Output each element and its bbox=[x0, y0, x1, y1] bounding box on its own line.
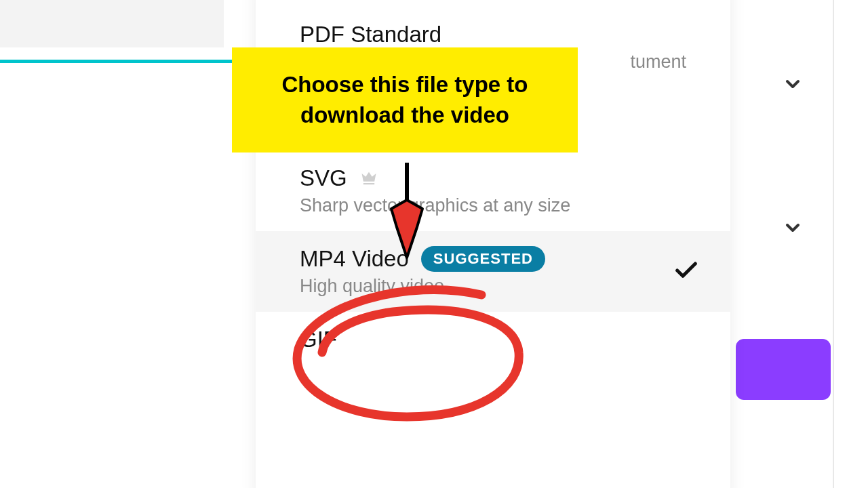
chevron-down-icon[interactable] bbox=[782, 217, 804, 241]
option-desc: Sharp vector graphics at any size bbox=[300, 195, 686, 216]
chevron-down-icon[interactable] bbox=[782, 73, 804, 98]
option-title-text: SVG bbox=[300, 165, 347, 191]
callout-text: Choose this file type to download the vi… bbox=[245, 70, 564, 130]
check-icon bbox=[673, 257, 700, 287]
option-title: PDF Standard bbox=[300, 22, 686, 47]
suggested-badge: SUGGESTED bbox=[421, 246, 545, 272]
svg-marker-1 bbox=[391, 200, 422, 258]
download-button[interactable] bbox=[736, 339, 831, 400]
option-svg[interactable]: SVG Sharp vector graphics at any size bbox=[256, 150, 730, 231]
option-title: SVG bbox=[300, 165, 686, 191]
background-stripe bbox=[0, 0, 224, 47]
arrow-down-annotation bbox=[376, 163, 437, 274]
annotation-callout: Choose this file type to download the vi… bbox=[232, 47, 578, 152]
option-title: MP4 Video SUGGESTED bbox=[300, 246, 686, 272]
crown-icon bbox=[359, 169, 378, 188]
teal-underline bbox=[0, 60, 234, 63]
option-desc: High quality video bbox=[300, 276, 686, 297]
option-mp4-video[interactable]: MP4 Video SUGGESTED High quality video bbox=[256, 231, 730, 312]
option-gif[interactable]: GIF bbox=[256, 312, 730, 367]
option-title: GIF bbox=[300, 327, 686, 352]
